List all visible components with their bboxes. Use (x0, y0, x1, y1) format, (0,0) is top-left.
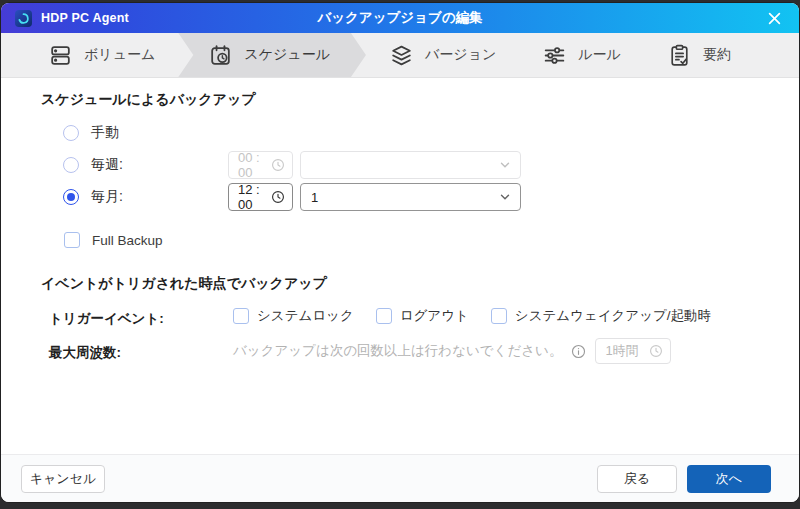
step-summary[interactable]: 要約 (644, 33, 754, 77)
event-section-heading: イベントがトリガされた時点でバックアップ (41, 275, 327, 293)
schedule-icon (208, 43, 233, 68)
footer-bar: キャンセル 戻る 次へ (1, 454, 799, 502)
max-frequency-row: バックアップは次の回数以上は行わないでください。 1時間 (233, 338, 671, 364)
logout-label: ログアウト (400, 307, 469, 325)
next-button[interactable]: 次へ (687, 465, 771, 493)
weekly-day-select[interactable] (300, 151, 521, 179)
step-schedule[interactable]: スケジュール (178, 33, 366, 77)
step-rules[interactable]: ルール (519, 33, 644, 77)
weekly-option-row: 毎週: (63, 155, 123, 175)
logout-checkbox[interactable] (376, 308, 392, 324)
max-frequency-value: 1時間 (605, 342, 638, 360)
step-label: バージョン (425, 46, 496, 64)
trigger-system-lock: システムロック (233, 307, 354, 325)
full-backup-label: Full Backup (92, 233, 163, 248)
app-title: HDP PC Agent (41, 11, 129, 25)
monthly-radio[interactable] (63, 189, 79, 205)
wizard-steps: ボリューム スケジュール バ (1, 33, 799, 78)
trigger-wakeup: システムウェイクアップ/起動時 (491, 307, 711, 325)
step-label: ボリューム (84, 46, 155, 64)
weekly-time-value: 00 : 00 (238, 150, 271, 180)
max-frequency-input[interactable]: 1時間 (595, 338, 671, 364)
full-backup-row: Full Backup (64, 230, 163, 250)
summary-icon (667, 43, 692, 68)
step-label: ルール (578, 46, 621, 64)
monthly-label: 毎月: (91, 188, 123, 206)
content-area: スケジュールによるバックアップ 手動 毎週: 00 : 00 (1, 78, 799, 454)
monthly-time-input[interactable]: 12 : 00 (228, 183, 293, 211)
rules-icon (542, 43, 567, 68)
manual-label: 手動 (91, 124, 119, 142)
weekly-time-input[interactable]: 00 : 00 (228, 151, 293, 179)
system-lock-checkbox[interactable] (233, 308, 249, 324)
version-icon (389, 43, 414, 68)
manual-radio[interactable] (63, 125, 79, 141)
schedule-section-heading: スケジュールによるバックアップ (41, 91, 256, 109)
back-button[interactable]: 戻る (597, 465, 677, 493)
monthly-day-value: 1 (311, 190, 318, 205)
trigger-logout: ログアウト (376, 307, 469, 325)
trigger-events-label: トリガーイベント: (49, 310, 164, 328)
volume-icon (48, 43, 73, 68)
full-backup-checkbox[interactable] (64, 232, 80, 248)
manual-option-row: 手動 (63, 123, 119, 143)
cancel-button[interactable]: キャンセル (21, 465, 105, 493)
dialog-title: バックアップジョブの編集 (317, 9, 482, 27)
chevron-down-icon (499, 159, 511, 171)
step-label: スケジュール (244, 46, 330, 64)
title-bar: HDP PC Agent バックアップジョブの編集 (1, 3, 799, 33)
clock-icon (271, 158, 285, 172)
app-logo-icon (15, 10, 32, 27)
step-version[interactable]: バージョン (366, 33, 519, 77)
chevron-down-icon (499, 191, 511, 203)
step-volume[interactable]: ボリューム (25, 33, 178, 77)
weekly-radio[interactable] (63, 157, 79, 173)
max-frequency-label: 最大周波数: (49, 344, 121, 362)
monthly-time-value: 12 : 00 (238, 182, 271, 212)
close-icon[interactable] (763, 7, 785, 29)
wakeup-checkbox[interactable] (491, 308, 507, 324)
info-icon[interactable] (571, 344, 586, 359)
clock-icon (649, 344, 663, 358)
step-label: 要約 (703, 46, 731, 64)
wakeup-label: システムウェイクアップ/起動時 (515, 307, 711, 325)
monthly-day-select[interactable]: 1 (300, 183, 521, 211)
weekly-label: 毎週: (91, 156, 123, 174)
dialog-window: HDP PC Agent バックアップジョブの編集 ボリューム (1, 3, 799, 502)
system-lock-label: システムロック (257, 307, 354, 325)
clock-icon (271, 190, 285, 204)
trigger-checkbox-group: システムロック ログアウト システムウェイクアップ/起動時 (233, 307, 711, 325)
max-frequency-hint: バックアップは次の回数以上は行わないでください。 (233, 342, 562, 360)
monthly-option-row: 毎月: (63, 187, 123, 207)
